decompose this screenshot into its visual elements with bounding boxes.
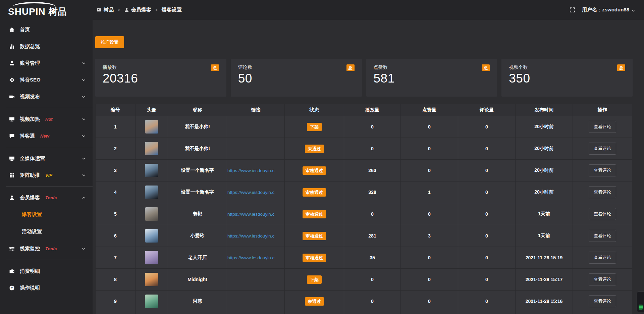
sidebar-item-label: 首页 [20, 27, 30, 33]
cell-nickname: 老人开店 [168, 247, 227, 269]
user-menu[interactable]: 用户名：zswodun88 [582, 7, 635, 13]
sidebar-item-omni-media[interactable]: 全媒体运营 [0, 150, 93, 167]
sidebar-item-tag: Tools [45, 246, 57, 251]
video-link[interactable]: https://www.iesdouyin.c [227, 233, 274, 239]
wallet-icon [9, 268, 15, 274]
sidebar-item-operation-guide[interactable]: ?操作说明 [0, 279, 93, 296]
table-row: 1我不是小帅!下架00020小时前查看评论 [96, 116, 632, 138]
cell-empty [401, 312, 458, 314]
monitor-icon [9, 116, 15, 122]
cell-action: 查看评论 [573, 269, 632, 291]
sidebar-divider [6, 147, 93, 147]
cell-nickname: 我不是小帅! [168, 138, 227, 160]
total-badge: 总 [482, 64, 490, 71]
status-badge: 审核通过 [303, 188, 326, 197]
app-root: SHUPIN 树品 树品>会员爆客>爆客设置 用户名：zswodun88 首页数… [0, 0, 644, 314]
cell-time: 2021-11-28 15:19 [516, 247, 573, 269]
breadcrumb-item[interactable]: 树品 [97, 7, 114, 13]
stat-card: 点赞数总581 [366, 59, 497, 97]
cell-status: 下架 [285, 269, 344, 291]
stat-card-label: 评论数 [238, 64, 252, 70]
cell-plays: 0 [344, 116, 401, 138]
view-comments-button[interactable]: 查看评论 [589, 273, 616, 285]
video-link[interactable]: https://www.iesdouyin.c [227, 190, 274, 195]
cell-id: 4 [96, 181, 136, 203]
username-label: 用户名：zswodun88 [582, 7, 629, 13]
sidebar-item-clue-monitor[interactable]: 线索监控Tools [0, 240, 93, 257]
cell-comments: 0 [458, 225, 516, 247]
floating-support-widget[interactable] [637, 292, 644, 312]
sidebar-item-member-baoke[interactable]: 会员爆客Tools [0, 189, 93, 206]
sidebar-item-douyin-seo[interactable]: 抖音SEO [0, 71, 93, 88]
cell-comments: 0 [458, 269, 516, 291]
video-link[interactable]: https://www.iesdouyin.c [227, 168, 274, 173]
chevron-up-icon [82, 196, 86, 200]
sliders-icon [9, 246, 15, 252]
view-comments-button[interactable]: 查看评论 [589, 143, 616, 155]
video-link[interactable]: https://www.iesdouyin.c [227, 212, 274, 217]
sidebar-item-label: 会员爆客 [20, 195, 40, 201]
sidebar-item-video-heating[interactable]: 视频加热Hot [0, 111, 93, 127]
sidebar-subitem-activity-settings[interactable]: 活动设置 [0, 223, 93, 240]
sidebar-item-label: 抖音SEO [20, 77, 41, 83]
breadcrumb-item[interactable]: 爆客设置 [162, 7, 182, 13]
table-row: 2我不是小帅!未通过00020小时前查看评论 [96, 138, 632, 160]
sidebar-item-tag: New [40, 134, 49, 139]
fullscreen-icon[interactable] [570, 7, 575, 13]
cell-plays: 0 [344, 138, 401, 160]
sidebar-item-douketong[interactable]: 抖客通New [0, 127, 93, 144]
sidebar-item-tag: VIP [45, 173, 52, 178]
avatar [145, 295, 158, 308]
sidebar-item-label: 线索监控 [20, 246, 40, 252]
table-row: 8Midnight下架0002021-11-28 15:17查看评论 [96, 269, 632, 291]
cell-action: 查看评论 [573, 116, 632, 138]
breadcrumb-item[interactable]: 会员爆客 [124, 7, 151, 13]
sidebar-item-account-management[interactable]: 账号管理 [0, 55, 93, 71]
total-badge: 总 [617, 64, 625, 71]
stat-card-value: 20316 [103, 71, 219, 86]
cell-nickname: Midnight [168, 269, 227, 291]
cell-plays: 35 [344, 247, 401, 269]
support-widget-icon [639, 305, 643, 310]
cell-id: 5 [96, 203, 136, 225]
sidebar-item-data-overview[interactable]: 数据总览 [0, 38, 93, 55]
status-badge: 下架 [307, 123, 322, 131]
cell-action: 查看评论 [573, 160, 632, 181]
video-link[interactable]: https://www.iesdouyin.c [227, 255, 274, 260]
sidebar-item-home[interactable]: 首页 [0, 21, 93, 38]
cell-status: 未通过 [285, 138, 344, 160]
cell-likes: 3 [401, 225, 458, 247]
view-comments-button[interactable]: 查看评论 [589, 208, 616, 220]
videos-table: 编号头像昵称链接状态播放量点赞量评论量发布时间操作 1我不是小帅!下架00020… [95, 104, 632, 314]
cell-time: 1天前 [516, 203, 573, 225]
view-comments-button[interactable]: 查看评论 [589, 230, 616, 242]
app-logo: SHUPIN 树品 [8, 6, 67, 18]
view-comments-button[interactable]: 查看评论 [589, 295, 616, 307]
cell-avatar [136, 181, 168, 203]
cell-link: https://www.iesdouyin.c [227, 203, 285, 225]
cell-empty [168, 312, 227, 314]
bar-chart-icon [9, 44, 15, 49]
view-comments-button[interactable]: 查看评论 [589, 164, 616, 176]
chevron-down-icon [82, 173, 86, 177]
cell-avatar [136, 116, 168, 138]
cell-status: 审核通过 [285, 247, 344, 269]
cell-id: 7 [96, 247, 136, 269]
cell-status: 未通过 [285, 291, 344, 312]
promo-settings-button[interactable]: 推广设置 [95, 36, 124, 48]
table-row: 9阿慧未通过0002021-11-28 15:16查看评论 [96, 291, 632, 312]
sidebar-menu: 首页数据总览账号管理抖音SEO视频发布视频加热Hot抖客通New全媒体运营矩阵助… [0, 21, 93, 296]
logo-text-en: SHUPIN [8, 6, 46, 17]
view-comments-button[interactable]: 查看评论 [589, 252, 616, 264]
view-comments-button[interactable]: 查看评论 [589, 121, 616, 133]
sidebar-item-video-publish[interactable]: 视频发布 [0, 88, 93, 105]
chevron-down-icon [82, 61, 86, 65]
sidebar-subitem-baoke-settings[interactable]: 爆客设置 [0, 206, 93, 223]
sidebar-item-label: 消费明细 [20, 268, 40, 274]
cell-comments: 0 [458, 291, 516, 312]
sidebar-item-matrix-boost[interactable]: 矩阵助推VIP [0, 167, 93, 184]
chevron-down-icon [82, 78, 86, 82]
sidebar-item-consumption-detail[interactable]: 消费明细 [0, 263, 93, 279]
cell-link [227, 116, 285, 138]
view-comments-button[interactable]: 查看评论 [589, 186, 616, 198]
